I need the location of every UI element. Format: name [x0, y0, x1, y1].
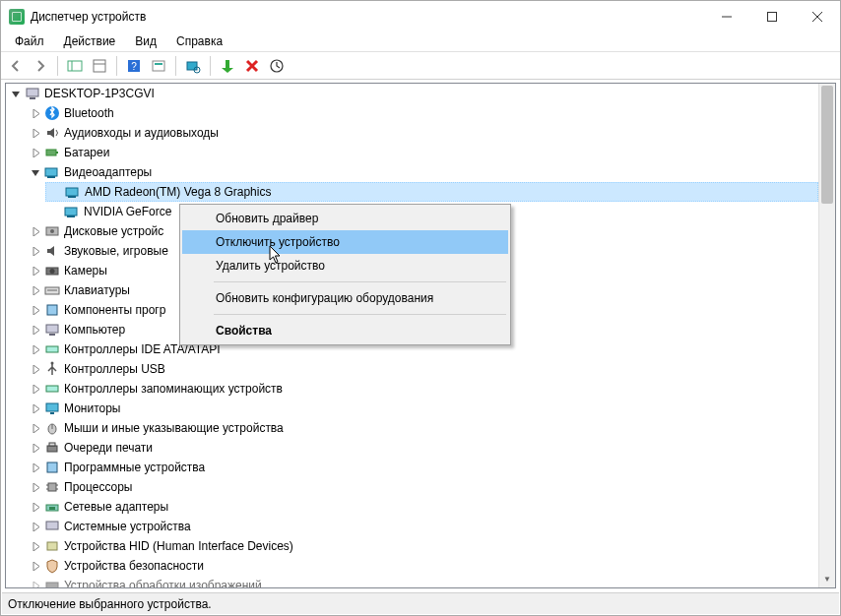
expand-icon[interactable]: [30, 245, 42, 258]
expand-icon[interactable]: [30, 265, 42, 277]
scroll-down-icon[interactable]: ▼: [819, 571, 835, 587]
action-button[interactable]: [148, 55, 169, 77]
tree-item-batteries[interactable]: Батареи: [26, 143, 818, 162]
menu-action[interactable]: Действие: [56, 32, 124, 50]
svg-rect-26: [68, 196, 76, 198]
scroll-thumb[interactable]: [821, 86, 833, 204]
menubar: Файл Действие Вид Справка: [1, 31, 840, 52]
tree-item-display-adapters[interactable]: Видеоадаптеры: [26, 162, 818, 182]
expand-icon[interactable]: [30, 521, 42, 533]
expand-icon[interactable]: [30, 324, 42, 337]
svg-point-39: [51, 362, 54, 365]
expand-icon[interactable]: [30, 225, 42, 238]
tree-item-storage-controllers[interactable]: Контроллеры запоминающих устройств: [26, 379, 818, 399]
enable-device-button[interactable]: [217, 55, 238, 77]
audio-icon: [44, 125, 60, 141]
tree-item-label: Контроллеры USB: [64, 362, 165, 376]
tree-item-label: Дисковые устройс: [64, 224, 163, 238]
ctx-disable-device[interactable]: Отключить устройство: [182, 230, 508, 254]
mouse-icon: [44, 420, 60, 436]
cpu-icon: [44, 479, 60, 495]
tree-item-hid[interactable]: Устройства HID (Human Interface Devices): [26, 536, 818, 556]
minimize-button[interactable]: [704, 1, 749, 31]
svg-rect-23: [45, 168, 57, 176]
tree-item-system-devices[interactable]: Системные устройства: [26, 517, 818, 536]
close-button[interactable]: [795, 1, 840, 31]
menu-file[interactable]: Файл: [7, 32, 52, 50]
expand-icon[interactable]: [30, 127, 42, 140]
svg-rect-4: [68, 61, 82, 71]
expand-icon[interactable]: [30, 383, 42, 396]
status-bar: Отключение выбранного устройства.: [2, 592, 839, 614]
tree-item-monitors[interactable]: Мониторы: [26, 399, 818, 418]
tree-item-label: Камеры: [64, 264, 107, 277]
expand-icon[interactable]: [30, 363, 42, 376]
network-icon: [44, 499, 60, 515]
expand-icon[interactable]: [30, 147, 42, 159]
tree-item-usb-controllers[interactable]: Контроллеры USB: [26, 359, 818, 379]
expand-icon[interactable]: [30, 481, 42, 494]
expand-icon[interactable]: [30, 560, 42, 573]
tree-root[interactable]: DESKTOP-1P3CGVI: [6, 84, 818, 103]
svg-text:?: ?: [131, 61, 137, 72]
tree-item-network-adapters[interactable]: Сетевые адаптеры: [26, 497, 818, 517]
expand-icon[interactable]: [30, 422, 42, 435]
expand-icon[interactable]: [30, 442, 42, 455]
forward-button[interactable]: [30, 55, 51, 77]
expand-icon[interactable]: [30, 107, 42, 120]
tree-item-imaging[interactable]: Устройства обработки изображений: [26, 576, 818, 587]
expand-icon[interactable]: [30, 304, 42, 317]
tree-item-label: Сетевые адаптеры: [64, 500, 168, 514]
menu-help[interactable]: Справка: [168, 32, 230, 50]
svg-rect-10: [153, 61, 164, 71]
tree-item-label: Контроллеры запоминающих устройств: [64, 382, 283, 396]
help-button[interactable]: ?: [123, 55, 145, 77]
tree-item-label: Компьютер: [64, 323, 125, 337]
expand-icon[interactable]: [30, 462, 42, 474]
expand-icon[interactable]: [30, 580, 42, 588]
vertical-scrollbar[interactable]: ▲ ▼: [818, 84, 835, 587]
svg-rect-37: [49, 334, 55, 336]
expand-icon[interactable]: [30, 402, 42, 415]
tree-item-audio-io[interactable]: Аудиовходы и аудиовыходы: [26, 123, 818, 143]
tree-item-label: Устройства безопасности: [64, 559, 204, 573]
expand-icon[interactable]: [30, 501, 42, 514]
ctx-uninstall-device[interactable]: Удалить устройство: [182, 254, 508, 277]
tree-item-software-devices[interactable]: Программные устройства: [26, 458, 818, 477]
svg-rect-47: [47, 462, 57, 472]
tree-item-processors[interactable]: Процессоры: [26, 477, 818, 497]
tree-item-print-queues[interactable]: Очереди печати: [26, 438, 818, 458]
back-button[interactable]: [5, 55, 27, 77]
tree-item-bluetooth[interactable]: Bluetooth: [26, 103, 818, 123]
expand-icon[interactable]: [30, 284, 42, 297]
svg-rect-38: [46, 346, 58, 352]
svg-rect-11: [155, 63, 162, 65]
collapse-icon[interactable]: [10, 88, 23, 100]
ctx-separator: [214, 314, 506, 315]
tree-item-mice[interactable]: Мыши и иные указывающие устройства: [26, 418, 818, 438]
component-icon: [44, 302, 60, 318]
properties-button[interactable]: [89, 55, 110, 77]
tree-item-security-devices[interactable]: Устройства безопасности: [26, 556, 818, 576]
scan-hardware-button[interactable]: [182, 55, 204, 77]
tree-item-label: Звуковые, игровые: [64, 244, 168, 258]
ctx-scan-hardware[interactable]: Обновить конфигурацию оборудования: [182, 286, 508, 310]
maximize-button[interactable]: [749, 1, 795, 31]
ctx-update-driver[interactable]: Обновить драйвер: [182, 207, 508, 230]
computer-icon: [44, 322, 60, 338]
ctx-properties[interactable]: Свойства: [182, 319, 508, 342]
software-device-icon: [44, 460, 60, 475]
tree-item-label: Мыши и иные указывающие устройства: [64, 421, 284, 435]
update-driver-button[interactable]: [266, 55, 288, 77]
expand-icon[interactable]: [30, 540, 42, 553]
expand-icon[interactable]: [30, 343, 42, 356]
usb-icon: [44, 361, 60, 377]
uninstall-device-button[interactable]: [241, 55, 263, 77]
tree-item-gpu-amd[interactable]: AMD Radeon(TM) Vega 8 Graphics: [45, 182, 818, 202]
show-hide-tree-button[interactable]: [64, 55, 86, 77]
collapse-icon[interactable]: [30, 166, 42, 179]
svg-point-32: [50, 269, 55, 274]
menu-view[interactable]: Вид: [127, 32, 164, 50]
bluetooth-icon: [44, 105, 60, 121]
svg-rect-56: [47, 542, 57, 550]
